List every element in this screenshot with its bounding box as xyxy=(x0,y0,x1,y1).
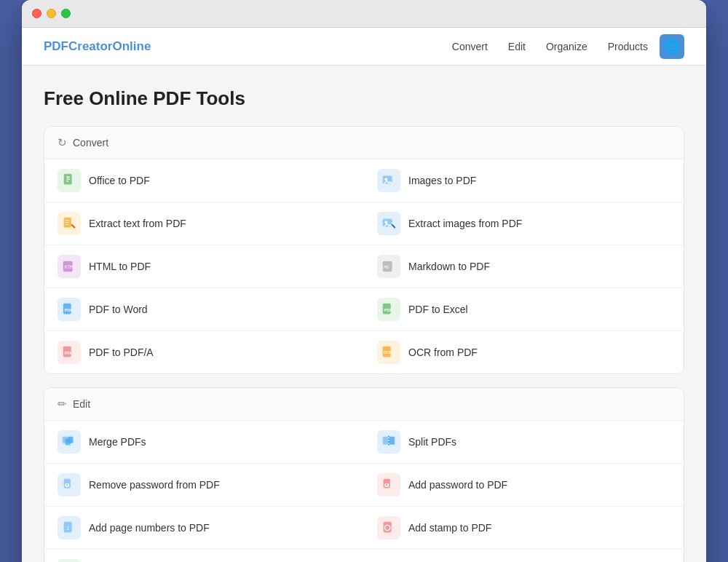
nav-links: Convert Edit Organize Products xyxy=(452,41,648,52)
tool-icon-pdf-to-word: PDF xyxy=(58,298,81,321)
logo[interactable]: PDFCreatorOnline xyxy=(44,39,151,54)
tool-icon-pdf-to-pdfa: PDF xyxy=(58,341,81,364)
svg-rect-8 xyxy=(66,222,70,223)
tool-label-ocr-from-pdf: OCR from PDF xyxy=(408,347,478,358)
tool-label-office-to-pdf: Office to PDF xyxy=(89,175,150,186)
nav-organize[interactable]: Organize xyxy=(546,41,587,52)
tool-label-add-stamp: Add stamp to PDF xyxy=(408,522,491,534)
tool-label-remove-password: Remove password from PDF xyxy=(89,479,220,491)
tool-icon-office-to-pdf xyxy=(58,169,81,192)
globe-icon: 🌐 xyxy=(664,39,680,55)
tool-pdf-to-excel[interactable]: PDF PDF to Excel xyxy=(364,288,684,331)
tool-extract-text[interactable]: Extract text from PDF xyxy=(44,202,364,245)
tool-office-to-pdf[interactable]: Office to PDF xyxy=(44,159,364,202)
tool-images-to-pdf[interactable]: Images to PDF xyxy=(364,159,684,202)
titlebar xyxy=(22,0,706,28)
tool-add-stamp[interactable]: Add stamp to PDF xyxy=(364,507,684,549)
svg-rect-2 xyxy=(66,178,70,179)
svg-rect-3 xyxy=(66,181,68,181)
nav-products[interactable]: Products xyxy=(608,41,648,52)
language-button[interactable]: 🌐 xyxy=(660,34,684,59)
tool-markdown-to-pdf[interactable]: MD Markdown to PDF xyxy=(364,245,684,288)
tool-icon-extract-text xyxy=(58,212,81,235)
svg-text:MD: MD xyxy=(384,265,389,269)
tool-icon-split-pdfs xyxy=(377,430,400,454)
tool-label-images-to-pdf: Images to PDF xyxy=(408,175,476,186)
tool-label-markdown-to-pdf: Markdown to PDF xyxy=(408,261,490,272)
svg-text:OCR: OCR xyxy=(384,350,392,355)
tool-merge-pdfs[interactable]: Merge PDFs xyxy=(44,421,364,464)
tool-icon-add-password xyxy=(377,473,400,496)
convert-tools-grid: Office to PDF Images to PDF Extract text… xyxy=(44,159,684,373)
tool-icon-images-to-pdf xyxy=(377,169,400,192)
section-header-edit: ✏ Edit xyxy=(44,388,684,421)
tool-html-to-pdf[interactable]: HTML HTML to PDF xyxy=(44,245,364,288)
tool-icon-remove-password xyxy=(58,473,81,496)
tool-label-split-pdfs: Split PDFs xyxy=(408,436,456,448)
svg-rect-7 xyxy=(66,220,70,221)
tool-icon-html-to-pdf: HTML xyxy=(58,255,81,278)
navbar: PDFCreatorOnline Convert Edit Organize P… xyxy=(22,28,706,66)
close-button[interactable] xyxy=(32,9,41,18)
tool-label-add-password: Add password to PDF xyxy=(408,479,507,491)
svg-point-32 xyxy=(66,484,68,486)
tool-label-merge-pdfs: Merge PDFs xyxy=(89,436,146,448)
tool-pdf-to-word[interactable]: PDF PDF to Word xyxy=(44,288,364,331)
tool-icon-add-stamp xyxy=(377,516,400,539)
tool-label-html-to-pdf: HTML to PDF xyxy=(89,261,151,272)
minimize-button[interactable] xyxy=(47,9,56,18)
tool-icon-merge-pdfs xyxy=(58,430,81,454)
tool-icon-extract-images xyxy=(377,212,400,235)
section-header-convert: ↻ Convert xyxy=(44,127,684,159)
svg-text:HTML: HTML xyxy=(65,264,76,270)
tool-icon-pdf-to-excel: PDF xyxy=(377,298,400,321)
section-edit: ✏ Edit Merge PDFs Split PDFs xyxy=(44,387,684,562)
app-window: PDFCreatorOnline Convert Edit Organize P… xyxy=(22,0,706,562)
svg-text:PDF: PDF xyxy=(65,308,74,312)
tool-compress-pdf[interactable]: PDF+ Compress PDF xyxy=(44,549,684,562)
tool-icon-ocr-from-pdf: OCR xyxy=(377,341,400,364)
svg-rect-1 xyxy=(66,177,70,178)
edit-header-icon: ✏ xyxy=(58,397,67,411)
svg-point-35 xyxy=(386,484,387,486)
tool-add-password[interactable]: Add password to PDF xyxy=(364,464,684,507)
tool-extract-images[interactable]: Extract images from PDF xyxy=(364,202,684,245)
traffic-lights xyxy=(32,9,71,18)
tool-pdf-to-pdfa[interactable]: PDF PDF to PDF/A xyxy=(44,331,364,373)
svg-text:1: 1 xyxy=(66,525,69,531)
edit-tools-grid: Merge PDFs Split PDFs Remove password fr… xyxy=(44,421,684,549)
section-label-edit: Edit xyxy=(73,398,90,410)
svg-text:PDF: PDF xyxy=(384,308,393,312)
nav-right: Convert Edit Organize Products 🌐 xyxy=(452,34,684,59)
tool-label-extract-images: Extract images from PDF xyxy=(408,218,522,229)
svg-rect-27 xyxy=(383,437,388,445)
svg-rect-9 xyxy=(66,224,68,225)
tool-split-pdfs[interactable]: Split PDFs xyxy=(364,421,684,464)
page-title: Free Online PDF Tools xyxy=(44,87,684,110)
tool-ocr-from-pdf[interactable]: OCR OCR from PDF xyxy=(364,331,684,373)
svg-rect-26 xyxy=(66,438,71,445)
tool-label-extract-text: Extract text from PDF xyxy=(89,218,186,229)
tool-label-add-page-numbers: Add page numbers to PDF xyxy=(89,522,210,534)
tool-icon-add-page-numbers: 1 xyxy=(58,516,81,539)
tool-remove-password[interactable]: Remove password from PDF xyxy=(44,464,364,507)
maximize-button[interactable] xyxy=(61,9,71,18)
convert-header-icon: ↻ xyxy=(58,136,67,149)
tool-label-pdf-to-excel: PDF to Excel xyxy=(408,304,468,315)
section-label-convert: Convert xyxy=(73,137,108,149)
svg-text:PDF: PDF xyxy=(65,351,72,355)
nav-edit[interactable]: Edit xyxy=(508,41,526,52)
section-convert: ↻ Convert Office to PDF Images to PDF xyxy=(44,126,684,374)
tool-add-page-numbers[interactable]: 1 Add page numbers to PDF xyxy=(44,507,364,549)
nav-convert[interactable]: Convert xyxy=(452,41,488,52)
logo-text-colored: Online xyxy=(112,39,151,53)
tool-icon-compress-pdf: PDF+ xyxy=(58,559,81,562)
logo-text-plain: PDFCreator xyxy=(44,39,112,53)
tool-icon-markdown-to-pdf: MD xyxy=(377,255,400,278)
tool-label-pdf-to-word: PDF to Word xyxy=(89,304,148,315)
tool-label-pdf-to-pdfa: PDF to PDF/A xyxy=(89,347,154,358)
main-content: Free Online PDF Tools ↻ Convert Office t… xyxy=(22,66,706,562)
svg-rect-28 xyxy=(389,437,395,445)
